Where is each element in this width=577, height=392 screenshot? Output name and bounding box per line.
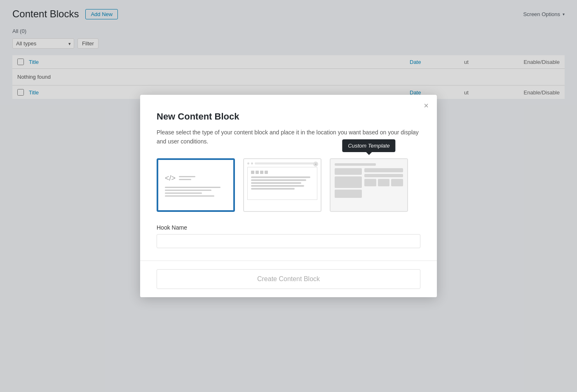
code-tag-line: </> bbox=[165, 174, 195, 183]
code-line-4 bbox=[165, 195, 214, 197]
block-type-code-card[interactable]: </> bbox=[157, 158, 235, 212]
wysiwyg-line-3 bbox=[251, 182, 301, 184]
wysiwyg-line-5 bbox=[251, 188, 295, 190]
custom-bottom-blocks bbox=[364, 179, 403, 186]
modal-overlay[interactable]: × New Content Block Please select the ty… bbox=[0, 0, 577, 392]
code-line-2 bbox=[165, 190, 211, 191]
toolbar-btn-1 bbox=[251, 171, 254, 174]
code-dots bbox=[179, 176, 195, 180]
wysiwyg-content-area bbox=[247, 167, 317, 200]
custom-main-content bbox=[335, 168, 403, 207]
browser-dot-2 bbox=[251, 162, 253, 164]
code-dot-line-1 bbox=[179, 176, 195, 177]
wysiwyg-line-4 bbox=[251, 185, 304, 187]
custom-card-preview bbox=[331, 159, 407, 211]
code-card-inner: </> bbox=[158, 167, 233, 203]
custom-bottom-block-2 bbox=[378, 179, 390, 186]
custom-sidebar bbox=[335, 168, 362, 207]
wysiwyg-toolbar bbox=[251, 171, 314, 174]
modal-footer: Create Content Block bbox=[140, 261, 437, 297]
custom-template-tooltip: Custom Template bbox=[342, 139, 395, 152]
code-lines bbox=[165, 187, 227, 197]
block-type-custom-card[interactable] bbox=[330, 158, 408, 212]
custom-sidebar-block-1 bbox=[335, 168, 362, 175]
custom-header-bar bbox=[335, 163, 376, 166]
custom-template-card-wrapper: Custom Template bbox=[330, 158, 408, 212]
hook-name-field-group: Hook Name bbox=[157, 224, 420, 248]
modal-close-button[interactable]: × bbox=[424, 101, 429, 110]
browser-dot-1 bbox=[247, 162, 249, 164]
browser-url-bar bbox=[255, 162, 317, 164]
code-brackets-icon: </> bbox=[165, 174, 176, 183]
code-dot-line-2 bbox=[179, 179, 191, 180]
custom-main-block-1 bbox=[364, 168, 403, 172]
custom-main-block-2 bbox=[364, 174, 403, 177]
modal-title: New Content Block bbox=[157, 111, 420, 122]
code-line-1 bbox=[165, 187, 220, 188]
custom-bottom-block-3 bbox=[391, 179, 403, 186]
wysiwyg-text-lines bbox=[251, 176, 314, 190]
create-content-block-button[interactable]: Create Content Block bbox=[157, 269, 420, 289]
wysiwyg-browser-bar bbox=[247, 162, 317, 164]
toolbar-btn-3 bbox=[260, 171, 263, 174]
hook-name-label: Hook Name bbox=[157, 224, 420, 231]
custom-sidebar-block-2 bbox=[335, 176, 362, 188]
wysiwyg-card-preview: × bbox=[244, 159, 321, 211]
wysiwyg-line-2 bbox=[251, 179, 306, 181]
wysiwyg-line-1 bbox=[251, 176, 310, 178]
toolbar-btn-2 bbox=[256, 171, 259, 174]
modal-body: × New Content Block Please select the ty… bbox=[140, 95, 437, 261]
wysiwyg-close-icon: × bbox=[313, 162, 318, 167]
code-card-preview: </> bbox=[158, 160, 233, 210]
block-type-selector: </> bbox=[157, 158, 420, 212]
new-content-block-modal: × New Content Block Please select the ty… bbox=[140, 95, 437, 298]
custom-sidebar-block-3 bbox=[335, 190, 362, 198]
custom-bottom-block-1 bbox=[364, 179, 376, 186]
custom-main-area bbox=[364, 168, 403, 207]
code-line-3 bbox=[165, 192, 202, 194]
toolbar-btn-4 bbox=[265, 171, 268, 174]
hook-name-input[interactable] bbox=[157, 234, 420, 248]
block-type-wysiwyg-card[interactable]: × bbox=[243, 158, 321, 212]
